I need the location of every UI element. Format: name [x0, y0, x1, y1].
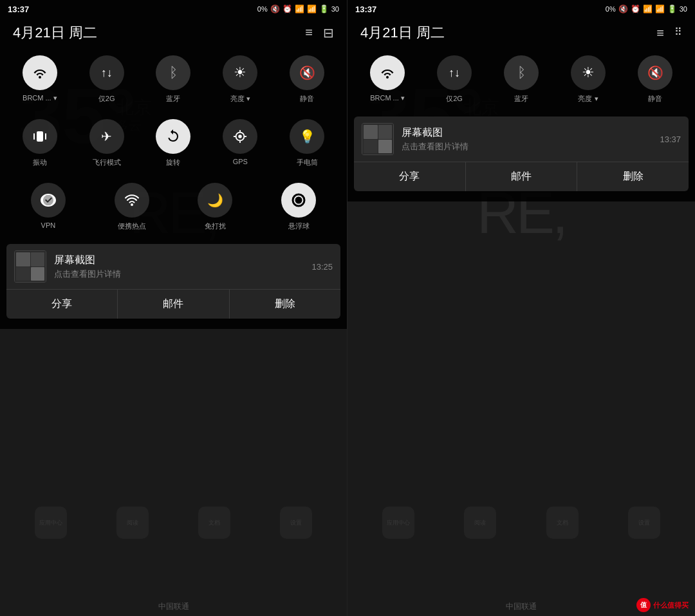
toggle-wifi-label: BRCM ... ▾ — [23, 94, 57, 102]
toggle-flashlight-circle[interactable]: 💡 — [290, 119, 324, 154]
toggle-vibrate-left[interactable]: 振动 — [6, 114, 73, 173]
svg-rect-1 — [33, 133, 35, 140]
toggle-float-label: 悬浮球 — [288, 221, 310, 231]
toggle-wifi-circle-right[interactable] — [370, 55, 405, 90]
toggle-hotspot-left[interactable]: 便携热点 — [90, 178, 174, 236]
watermark-icon: 值 — [636, 598, 651, 612]
app-icon-2: 阅读 — [116, 507, 149, 539]
notification-card-left[interactable]: 屏幕截图 点击查看图片详情 13:25 分享 邮件 删除 — [6, 244, 340, 319]
toggle-mute-left[interactable]: 🔇 静音 — [273, 50, 340, 109]
toggle-flashlight-left[interactable]: 💡 手电筒 — [273, 114, 340, 173]
time-left: 13:37 — [8, 5, 29, 14]
toggle-vpn-left[interactable]: VPN — [6, 178, 90, 236]
status-icons-right: 0% 🔇 ⏰ 📶 📶 🔋 30 — [606, 5, 687, 14]
toggle-rotate-left[interactable]: 旋转 — [140, 114, 207, 173]
toggle-float-left[interactable]: 悬浮球 — [257, 178, 340, 236]
toggle-vibrate-label: 振动 — [33, 158, 47, 167]
toggle-data-left[interactable]: ↑↓ 仅2G — [73, 50, 140, 109]
toggle-hotspot-label: 便携热点 — [118, 221, 146, 231]
header-date-left: 4月21日 周二 — [13, 23, 97, 42]
app-icon-r3: 文档 — [546, 507, 579, 539]
toggle-brightness-label-right: 亮度 ▾ — [578, 94, 598, 104]
action-email-right[interactable]: 邮件 — [466, 162, 578, 191]
watermark: 值 什么值得买 — [636, 598, 689, 612]
notification-time-right: 13:37 — [660, 135, 681, 144]
notification-thumb-left — [14, 250, 46, 283]
header-list-icon-right[interactable]: ≡ — [656, 26, 664, 41]
panel-header-right: 4月21日 周二 ≡ ⠿ — [348, 18, 695, 50]
svg-point-3 — [239, 135, 243, 138]
toggle-rotate-circle[interactable] — [156, 119, 190, 154]
toggle-mute-right[interactable]: 🔇 静音 — [622, 50, 689, 109]
toggle-brightness-label: 亮度 ▾ — [230, 94, 250, 104]
toggle-bt-circle-right[interactable]: ᛒ — [504, 55, 539, 90]
toggles-row1-left: BRCM ... ▾ ↑↓ 仅2G ᛒ 蓝牙 ☀ 亮度 ▾ — [0, 50, 347, 109]
left-phone-panel: 35° 北京 多云 RE, 应用中心 阅读 文档 设置 13:37 0% 🔇 ⏰… — [0, 0, 348, 616]
toggle-data-label-right: 仅2G — [446, 94, 463, 104]
toggle-mute-circle-right[interactable]: 🔇 — [638, 55, 672, 90]
battery-icon: 🔋 — [319, 5, 329, 14]
toggle-bt-label-right: 蓝牙 — [514, 94, 528, 104]
alarm-icon-right: ⏰ — [631, 5, 640, 14]
action-email-left[interactable]: 邮件 — [118, 290, 229, 319]
notification-actions-right: 分享 邮件 删除 — [354, 162, 689, 191]
watermark-text: 什么值得买 — [653, 601, 689, 610]
toggle-dnd-left[interactable]: 🌙 免打扰 — [174, 178, 257, 236]
toggle-bt-right[interactable]: ᛒ 蓝牙 — [488, 50, 555, 109]
toggle-data-circle[interactable]: ↑↓ — [89, 55, 124, 90]
notification-main-left: 屏幕截图 点击查看图片详情 13:25 — [6, 244, 340, 289]
mute-icon-right: 🔇 — [618, 5, 628, 14]
toggle-gps-circle[interactable] — [223, 119, 257, 154]
toggle-vpn-label: VPN — [41, 221, 56, 229]
notification-content-left: 屏幕截图 点击查看图片详情 — [54, 254, 304, 280]
toggle-airplane-left[interactable]: ✈ 飞行模式 — [73, 114, 140, 173]
toggle-wifi-circle[interactable] — [23, 55, 57, 90]
toggle-brightness-right[interactable]: ☀ 亮度 ▾ — [555, 50, 622, 109]
toggle-bt-left[interactable]: ᛒ 蓝牙 — [140, 50, 207, 109]
toggles-row1-right: BRCM ... ▾ ↑↓ 仅2G ᛒ 蓝牙 ☀ 亮度 ▾ — [348, 50, 695, 109]
svg-rect-2 — [45, 133, 46, 140]
notification-desc-right: 点击查看图片详情 — [402, 141, 652, 153]
toggle-wifi-left[interactable]: BRCM ... ▾ — [6, 50, 73, 109]
toggle-gps-label: GPS — [233, 158, 248, 165]
toggle-data-circle-right[interactable]: ↑↓ — [437, 55, 472, 90]
notification-time-left: 13:25 — [311, 262, 333, 272]
battery-icon-right: 🔋 — [667, 5, 677, 14]
action-share-right[interactable]: 分享 — [354, 162, 466, 191]
toggles-row2-left: 振动 ✈ 飞行模式 旋转 GPS — [0, 114, 347, 173]
svg-rect-0 — [37, 131, 43, 142]
toggle-vibrate-circle[interactable] — [23, 119, 57, 154]
action-delete-left[interactable]: 删除 — [230, 290, 340, 319]
header-list-icon-left[interactable]: ≡ — [305, 25, 313, 41]
toggle-gps-left[interactable]: GPS — [207, 114, 273, 173]
toggle-bt-label: 蓝牙 — [166, 94, 180, 104]
toggle-brightness-circle[interactable]: ☀ — [223, 55, 257, 90]
toggle-brightness-circle-right[interactable]: ☀ — [571, 55, 606, 90]
toggle-vpn-circle[interactable] — [31, 183, 66, 218]
signal-icon-right: 📶 — [655, 5, 665, 14]
toggle-wifi-right[interactable]: BRCM ... ▾ — [354, 50, 421, 109]
toggle-mute-label: 静音 — [300, 94, 314, 104]
toggle-airplane-label: 飞行模式 — [93, 158, 121, 167]
svg-point-11 — [296, 198, 301, 203]
wallpaper-apps: 应用中心 阅读 文档 设置 — [0, 507, 347, 539]
toggle-float-circle[interactable] — [281, 183, 316, 218]
toggle-airplane-circle[interactable]: ✈ — [89, 119, 124, 154]
svg-point-9 — [131, 203, 133, 206]
mute-status-icon: 🔇 — [270, 5, 280, 14]
toggle-hotspot-circle[interactable] — [115, 183, 149, 218]
toggle-brightness-left[interactable]: ☀ 亮度 ▾ — [207, 50, 273, 109]
toggle-mute-circle[interactable]: 🔇 — [290, 55, 324, 90]
action-share-left[interactable]: 分享 — [6, 290, 118, 319]
header-grid-icon-left[interactable]: ⊟ — [323, 25, 334, 41]
notification-desc-left: 点击查看图片详情 — [54, 268, 304, 280]
toggle-data-right[interactable]: ↑↓ 仅2G — [421, 50, 488, 109]
header-dots-icon-right[interactable]: ⠿ — [674, 26, 682, 41]
toggle-dnd-circle[interactable]: 🌙 — [198, 183, 232, 218]
action-delete-right[interactable]: 删除 — [577, 162, 689, 191]
toggle-data-label: 仅2G — [98, 94, 115, 104]
status-icons-left: 0% 🔇 ⏰ 📶 📶 🔋 30 — [257, 5, 339, 14]
notification-title-right: 屏幕截图 — [402, 126, 652, 140]
toggle-bt-circle[interactable]: ᛒ — [156, 55, 190, 90]
notification-card-right[interactable]: 屏幕截图 点击查看图片详情 13:37 分享 邮件 删除 — [354, 117, 689, 191]
